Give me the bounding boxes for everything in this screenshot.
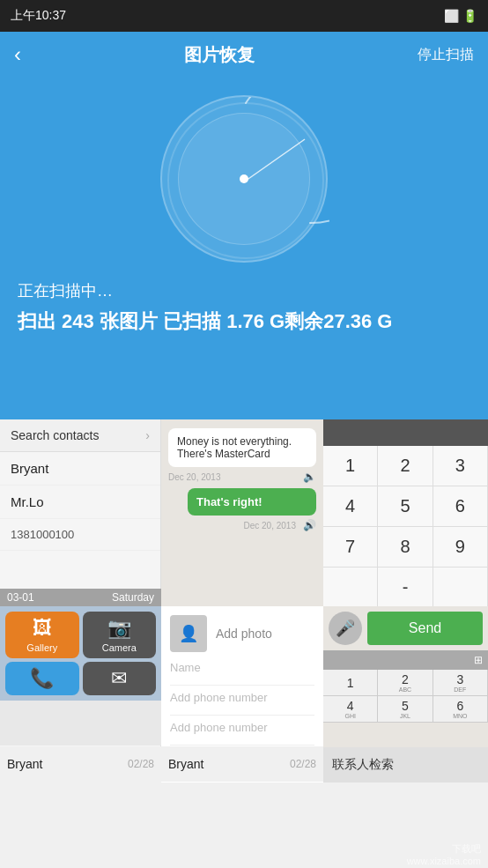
voice-send-row: 🎤 Send	[323, 606, 488, 650]
battery-icon: ⬜ 🔋	[444, 9, 477, 23]
camera-label: Camera	[102, 642, 137, 653]
scanner-inner	[178, 113, 310, 245]
dial-top-bar	[323, 419, 488, 446]
status-bar: 上午10:37 ⬜ 🔋	[0, 0, 488, 32]
phone-field1-divider: Add phone number	[170, 691, 314, 716]
small-dial-4[interactable]: 4GHI	[323, 696, 378, 723]
dial-key-9[interactable]: 9	[433, 527, 488, 568]
dial-key-5[interactable]: 5	[378, 486, 433, 527]
chat-sent-text: That's right!	[196, 495, 262, 508]
dial-grid: 1 2 3 4 5 6 7 8 9 -	[323, 446, 488, 608]
speaker-icon: 🔈	[303, 471, 316, 483]
contact-item-mrlo[interactable]: Mr.Lo	[0, 486, 160, 519]
chevron-right-icon: ›	[145, 428, 150, 442]
dial-key-7[interactable]: 7	[323, 527, 378, 568]
dial-key-3[interactable]: 3	[433, 446, 488, 486]
small-dial-6[interactable]: 6MNO	[433, 696, 488, 723]
dial-key-1[interactable]: 1	[323, 446, 378, 486]
dial-key-4[interactable]: 4	[323, 486, 378, 527]
image-recovery-app: ‹ 图片恢复 停止扫描 正在扫描中… 扫出 243 张图片 已扫描 1.76 G…	[0, 32, 488, 419]
chat-bubble-sent: That's right!	[188, 488, 316, 516]
dial-key-6[interactable]: 6	[433, 486, 488, 527]
phone-symbol: 📞	[30, 667, 54, 690]
dial-key-2[interactable]: 2	[378, 446, 433, 486]
dial-key-empty2	[433, 568, 488, 608]
contact-item-bryant[interactable]: Bryant	[0, 452, 160, 486]
scanner-area	[0, 78, 488, 280]
recent-middle-row[interactable]: Bryant 02/28	[161, 746, 323, 782]
mail-icon-item[interactable]: ✉	[83, 662, 157, 695]
gallery-symbol: 🖼	[33, 617, 52, 640]
scan-info: 扫出 243 张图片 已扫描 1.76 G剩余27.36 G	[18, 308, 470, 335]
dial-key-8[interactable]: 8	[378, 527, 433, 568]
add-photo-row: 👤 Add photo	[170, 615, 314, 652]
recent-contacts-row[interactable]: Bryant 02/28	[0, 746, 161, 782]
chat-meta-received: Dec 20, 2013 🔈	[168, 471, 316, 483]
scanner-circle	[160, 95, 328, 263]
photo-placeholder[interactable]: 👤	[170, 615, 207, 652]
small-dial-5[interactable]: 5JKL	[378, 696, 433, 723]
chat-panel: Money is not everything. There's MasterC…	[161, 419, 323, 606]
phone-field2-divider: Add phone number	[170, 721, 314, 746]
dial-key-dash[interactable]: -	[378, 568, 433, 608]
watermark-line1: 下载吧	[407, 842, 481, 856]
gallery-icon-item[interactable]: 🖼 Gallery	[5, 612, 79, 658]
watermark: 下载吧 www.xizaiba.com	[407, 842, 481, 866]
home-icons-grid: 🖼 Gallery 📷 Camera 📞 ✉	[0, 606, 161, 701]
home-day: Saturday	[112, 591, 154, 604]
add-photo-label[interactable]: Add photo	[216, 627, 272, 641]
recent-name-middle: Bryant	[168, 757, 203, 771]
contact-search-bar[interactable]: 联系人检索	[323, 747, 488, 783]
gallery-label: Gallery	[26, 642, 57, 653]
chat-sent-date: Dec 20, 2013	[244, 521, 297, 530]
mail-symbol: ✉	[111, 667, 127, 690]
dial-header-icon: ⊞	[474, 654, 483, 666]
back-button[interactable]: ‹	[14, 42, 21, 67]
chat-received-date: Dec 20, 2013	[168, 472, 221, 482]
watermark-line2: www.xizaiba.com	[407, 856, 481, 866]
speaker-icon-sent: 🔊	[303, 519, 316, 531]
scanner-dot	[240, 174, 248, 183]
home-date-bar: 03-01 Saturday	[0, 589, 161, 606]
status-time: 上午10:37	[11, 8, 66, 24]
home-date: 03-01	[7, 591, 34, 604]
chat-bubble-received: Money is not everything. There's MasterC…	[168, 428, 316, 467]
small-dial-2[interactable]: 2ABC	[378, 670, 433, 696]
name-field-divider: Name	[170, 661, 314, 686]
small-dial-grid: 1 2ABC 3DEF 4GHI 5JKL 6MNO	[323, 670, 488, 723]
home-screen: 03-01 Saturday 🖼 Gallery 📷 Camera 📞 ✉	[0, 589, 161, 746]
small-dial-1[interactable]: 1	[323, 670, 378, 696]
phone-field-1[interactable]: Add phone number	[170, 691, 314, 704]
stop-button[interactable]: 停止扫描	[418, 46, 474, 64]
phone-item[interactable]: 1381000100	[0, 519, 160, 551]
chat-received-text: Money is not everything. There's MasterC…	[177, 435, 292, 460]
small-dial-3[interactable]: 3DEF	[433, 670, 488, 696]
search-contacts-label: Search contacts	[11, 428, 99, 442]
camera-symbol: 📷	[107, 617, 131, 640]
dial-pad: 1 2 3 4 5 6 7 8 9 -	[323, 419, 488, 606]
recent-date-middle: 02/28	[290, 758, 316, 770]
phone-icon-item[interactable]: 📞	[5, 662, 79, 695]
search-contacts-row[interactable]: Search contacts ›	[0, 419, 160, 452]
voice-button[interactable]: 🎤	[329, 612, 362, 645]
name-field[interactable]: Name	[170, 661, 314, 674]
chat-meta-sent: Dec 20, 2013 🔊	[168, 519, 316, 531]
scanning-text: 正在扫描中…	[18, 280, 470, 301]
dial-key-empty	[323, 568, 378, 608]
scan-status: 正在扫描中… 扫出 243 张图片 已扫描 1.76 G剩余27.36 G	[0, 280, 488, 335]
status-icons: ⬜ 🔋	[444, 9, 477, 23]
phone-field-2[interactable]: Add phone number	[170, 721, 314, 734]
app-title: 图片恢复	[184, 43, 255, 67]
contact-search-label: 联系人检索	[332, 757, 394, 773]
recent-date-left: 02/28	[128, 758, 154, 770]
send-button[interactable]: Send	[367, 612, 483, 645]
recent-name-left: Bryant	[7, 757, 42, 771]
app-header: ‹ 图片恢复 停止扫描	[0, 32, 488, 78]
small-dial-header: ⊞	[323, 650, 488, 670]
camera-icon-item[interactable]: 📷 Camera	[83, 612, 157, 658]
